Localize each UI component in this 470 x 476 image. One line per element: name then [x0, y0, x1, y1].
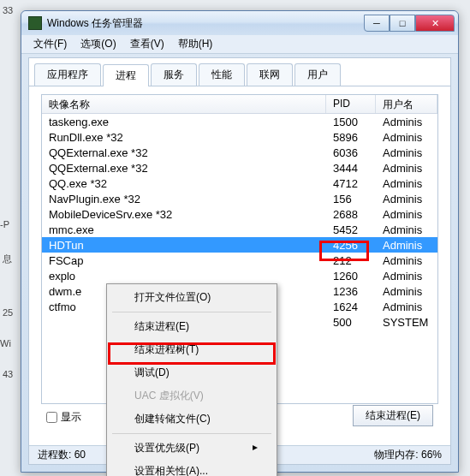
menu-view[interactable]: 查看(V) [123, 35, 171, 53]
show-all-input[interactable] [46, 412, 57, 423]
cell-user: Adminis [376, 115, 437, 129]
menu-file[interactable]: 文件(F) [27, 35, 74, 53]
cell-user: Adminis [376, 130, 437, 145]
cell-user: Adminis [376, 269, 437, 283]
table-row[interactable]: HDTun4256Adminis [42, 237, 437, 253]
cell-user: Adminis [376, 223, 437, 237]
ctx-debug[interactable]: 调试(D) [109, 361, 275, 384]
cell-user: Adminis [376, 253, 437, 268]
status-process-count: 进程数: 60 [38, 448, 86, 462]
cell-image-name: RunDll.exe *32 [42, 130, 326, 145]
context-menu: 打开文件位置(O) 结束进程(E) 结束进程树(T) 调试(D) UAC 虚拟化… [106, 283, 277, 476]
menu-options[interactable]: 选项(O) [74, 35, 122, 53]
titlebar[interactable]: Windows 任务管理器 ─ □ ✕ [21, 11, 458, 35]
ctx-end-process-tree[interactable]: 结束进程树(T) [109, 338, 275, 361]
bg-text: Wi [0, 338, 11, 348]
ctx-end-process[interactable]: 结束进程(E) [109, 315, 275, 338]
cell-image-name: NavPlugin.exe *32 [42, 192, 326, 206]
bg-text: 息 [3, 253, 12, 265]
show-all-label: 显示 [61, 410, 81, 425]
bg-text: 25 [3, 307, 13, 318]
cell-pid: 212 [326, 253, 376, 268]
table-row[interactable]: QQExternal.exe *326036Adminis [42, 145, 437, 160]
tab-services[interactable]: 服务 [151, 63, 197, 86]
tab-strip: 应用程序 进程 服务 性能 联网 用户 [29, 58, 450, 86]
end-process-button[interactable]: 结束进程(E) [353, 405, 433, 426]
tab-network[interactable]: 联网 [247, 63, 293, 86]
cell-pid: 500 [326, 315, 376, 330]
cell-user: Adminis [376, 207, 437, 222]
col-username[interactable]: 用户名 [376, 95, 437, 113]
col-pid[interactable]: PID [326, 95, 376, 113]
tab-processes[interactable]: 进程 [103, 64, 149, 86]
cell-user: Adminis [376, 161, 437, 176]
ctx-open-location[interactable]: 打开文件位置(O) [109, 286, 275, 309]
ctx-create-dump[interactable]: 创建转储文件(C) [109, 408, 275, 431]
ctx-set-affinity[interactable]: 设置相关性(A)... [109, 460, 275, 476]
cell-image-name: MobileDeviceSrv.exe *32 [42, 207, 326, 222]
table-row[interactable]: FSCap212Adminis [42, 253, 437, 268]
tab-performance[interactable]: 性能 [199, 63, 245, 86]
bg-text: 43 [3, 369, 13, 379]
tab-users[interactable]: 用户 [294, 63, 341, 86]
separator [112, 433, 271, 434]
cell-image-name: mmc.exe [42, 223, 326, 237]
show-all-checkbox[interactable]: 显示 [46, 410, 81, 425]
cell-pid: 5896 [326, 130, 376, 145]
cell-image-name: taskeng.exe [42, 115, 326, 129]
menubar: 文件(F) 选项(O) 查看(V) 帮助(H) [21, 35, 458, 54]
cell-user: Adminis [376, 284, 437, 299]
col-image-name[interactable]: 映像名称 [42, 95, 326, 113]
cell-user: Adminis [376, 176, 437, 191]
table-row[interactable]: taskeng.exe1500Adminis [42, 114, 437, 129]
cell-user: SYSTEM [376, 315, 437, 330]
cell-image-name: explo [42, 269, 326, 283]
ctx-uac: UAC 虚拟化(V) [109, 384, 275, 408]
column-headers: 映像名称 PID 用户名 [42, 95, 437, 114]
cell-pid: 1236 [326, 284, 376, 299]
tab-applications[interactable]: 应用程序 [34, 63, 101, 86]
cell-image-name: QQ.exe *32 [42, 176, 326, 191]
cell-pid: 156 [326, 192, 376, 206]
table-row[interactable]: MobileDeviceSrv.exe *322688Adminis [42, 206, 437, 222]
ctx-set-priority[interactable]: 设置优先级(P)▸ [109, 437, 275, 460]
cell-pid: 1500 [326, 115, 376, 129]
table-row[interactable]: NavPlugin.exe *32156Adminis [42, 191, 437, 206]
cell-pid: 3444 [326, 161, 376, 176]
menu-help[interactable]: 帮助(H) [171, 35, 220, 53]
bg-text: -P [0, 219, 9, 229]
cell-user: Adminis [376, 238, 437, 253]
separator [112, 312, 271, 312]
cell-user: Adminis [376, 192, 437, 206]
window-title: Windows 任务管理器 [47, 16, 364, 31]
cell-image-name: QQExternal.exe *32 [42, 146, 326, 160]
cell-image-name: FSCap [42, 253, 326, 268]
cell-pid: 6036 [326, 146, 376, 160]
cell-user: Adminis [376, 300, 437, 314]
table-row[interactable]: QQ.exe *324712Adminis [42, 176, 437, 191]
cell-pid: 5452 [326, 223, 376, 237]
cell-image-name: HDTun [42, 238, 326, 253]
table-row[interactable]: explo1260Adminis [42, 268, 437, 283]
minimize-button[interactable]: ─ [364, 15, 390, 32]
status-memory: 物理内存: 66% [374, 448, 442, 462]
table-row[interactable]: mmc.exe5452Adminis [42, 222, 437, 237]
app-icon [28, 16, 42, 30]
cell-pid: 4256 [326, 238, 376, 253]
cell-pid: 2688 [326, 207, 376, 222]
table-row[interactable]: RunDll.exe *325896Adminis [42, 129, 437, 145]
cell-pid: 4712 [326, 176, 376, 191]
maximize-button[interactable]: □ [390, 15, 415, 32]
cell-image-name: QQExternal.exe *32 [42, 161, 326, 176]
table-row[interactable]: QQExternal.exe *323444Adminis [42, 160, 437, 176]
cell-user: Adminis [376, 146, 437, 160]
bg-text: 33 [3, 5, 13, 15]
cell-pid: 1624 [326, 300, 376, 314]
close-button[interactable]: ✕ [415, 15, 455, 32]
cell-pid: 1260 [326, 269, 376, 283]
